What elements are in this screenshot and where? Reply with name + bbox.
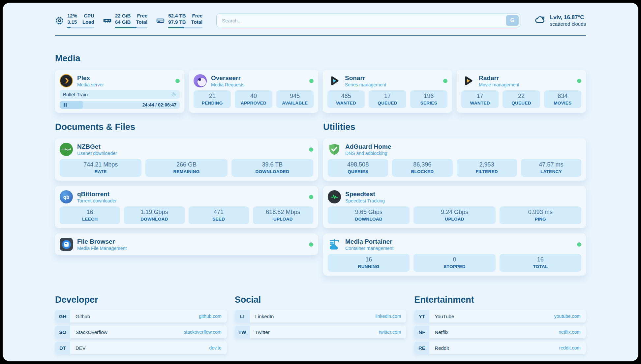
stat-label: RUNNING [329, 264, 408, 269]
stat-box: 40 APPROVED [235, 90, 272, 108]
gear-icon[interactable] [171, 92, 176, 97]
stat-label: MOVIES [545, 100, 580, 106]
stat-label: WANTED [329, 100, 363, 106]
bookmark-twitter[interactable]: TW Twitter twitter.com [235, 326, 407, 338]
disk-progress-track [168, 27, 202, 28]
memory-metric: 22 GiB 64 GiB Free Total [103, 13, 147, 28]
bookmark-linkedin[interactable]: LI LinkedIn linkedin.com [235, 310, 407, 322]
qbittorrent-card[interactable]: qb qBittorrent Torrent downloader 16 LEE… [55, 186, 318, 228]
stat-label: UPLOAD [254, 216, 312, 222]
overseerr-card[interactable]: Overseerr Media Requests 21 PENDING 40 A… [189, 70, 318, 113]
bookmark-url: stackoverflow.com [184, 329, 221, 335]
stat-box: 47.57 ms LATENCY [521, 159, 581, 177]
bookmark-netflix[interactable]: NF Netflix netflix.com [414, 326, 586, 338]
stat-label: REMAINING [147, 169, 226, 174]
stat-box: 744.21 Mbps RATE [60, 159, 141, 177]
bookmark-abbr: SO [55, 326, 70, 338]
pause-icon[interactable] [64, 103, 67, 107]
cpu-progress-fill [67, 27, 71, 28]
stat-label: LATENCY [522, 169, 580, 174]
stat-label: QUEUED [504, 100, 538, 106]
stat-box: 9.65 Gbps DOWNLOAD [328, 206, 410, 224]
stat-label: DOWNLOAD [125, 216, 183, 222]
stat-box: 86,396 BLOCKED [392, 159, 452, 177]
nzbget-card[interactable]: nzbget NZBGet Usenet downloader 744.21 M… [55, 138, 318, 181]
radarr-card[interactable]: Radarr Movie management 17 WANTED 22 QUE… [457, 70, 586, 113]
system-metrics: 12% 3.15 CPU Load [55, 13, 202, 28]
stat-label: UPLOAD [415, 216, 494, 222]
portainer-card[interactable]: Media Portainer Container management 16 … [323, 233, 586, 276]
cpu-usage-value: 12% [67, 13, 77, 19]
stat-box: 0 STOPPED [413, 254, 495, 272]
stat-value: 485 [329, 92, 363, 100]
bookmark-name: Twitter [255, 329, 270, 335]
filebrowser-card[interactable]: File Browser Media File Management [55, 233, 318, 255]
ram-icon [103, 16, 112, 25]
top-bar: 12% 3.15 CPU Load [55, 3, 586, 28]
stat-value: 16 [501, 256, 580, 263]
bookmark-github[interactable]: GH Github github.com [55, 310, 227, 322]
stat-box: 0.993 ms PING [500, 206, 581, 224]
sonarr-icon [327, 74, 341, 87]
stat-value: 16 [329, 256, 408, 263]
speedtest-card[interactable]: Speedtest Speedtest Tracking 9.65 Gbps D… [323, 186, 586, 228]
plex-card[interactable]: Plex Media server Bullet Train [55, 70, 184, 113]
status-indicator [309, 147, 313, 152]
status-indicator [577, 242, 581, 247]
bookmark-name: LinkedIn [255, 314, 274, 319]
qbittorrent-icon: qb [60, 190, 73, 203]
bookmark-dev[interactable]: DT DEV dev.to [55, 342, 227, 354]
stat-label: BLOCKED [393, 169, 451, 174]
sonarr-card[interactable]: Sonarr Series management 485 WANTED 17 Q… [323, 70, 452, 113]
bookmark-abbr: LI [235, 310, 250, 322]
search-input[interactable] [216, 14, 520, 27]
stat-label: SERIES [412, 100, 446, 106]
app-name: NZBGet [77, 143, 117, 150]
weather-location-temp: Lviv, 16.87°C [550, 14, 586, 21]
ram-total-label: Total [136, 19, 147, 25]
stat-value: 21 [195, 92, 229, 100]
bookmark-url: netflix.com [559, 329, 581, 335]
stat-box: 945 AVAILABLE [276, 90, 314, 108]
stat-value: 47.57 ms [522, 161, 580, 168]
adguard-card[interactable]: AdGuard Home DNS and adblocking 498,508 … [323, 138, 586, 181]
app-name: File Browser [77, 238, 127, 245]
disk-total-value: 97.9 TB [168, 19, 186, 25]
section-title-documents: Documents & Files [55, 121, 318, 133]
stat-box: 16 LEECH [60, 206, 120, 224]
disk-free-label: Free [191, 13, 202, 19]
disk-progress-fill [168, 27, 184, 28]
stat-value: 266 GB [147, 161, 226, 168]
bookmark-abbr: RE [414, 342, 429, 354]
stat-label: QUERIES [329, 169, 387, 174]
bookmark-reddit[interactable]: RE Reddit reddit.com [414, 342, 586, 354]
app-subtitle: Media server [77, 82, 104, 88]
stat-value: 16 [61, 208, 119, 216]
plex-icon [60, 74, 73, 87]
stat-box: 1.19 Gbps DOWNLOAD [124, 206, 184, 224]
stat-label: TOTAL [501, 264, 580, 269]
section-title-developer: Developer [55, 294, 227, 305]
stat-value: 86,396 [393, 161, 451, 168]
ram-free-value: 22 GiB [115, 13, 131, 19]
overseerr-icon [194, 74, 207, 87]
stat-box: 16 TOTAL [500, 254, 581, 272]
stat-box: 485 WANTED [327, 90, 365, 108]
radarr-icon [461, 74, 474, 87]
stat-box: 834 MOVIES [544, 90, 581, 108]
bookmark-youtube[interactable]: YT YouTube youtube.com [414, 310, 586, 322]
bookmark-stackoverflow[interactable]: SO StackOverflow stackoverflow.com [55, 326, 227, 338]
weather-condition: scattered clouds [550, 21, 586, 27]
stat-value: 9.24 Gbps [415, 208, 494, 216]
now-playing-row: Bullet Train [60, 90, 180, 99]
cpu-metric: 12% 3.15 CPU Load [55, 13, 94, 28]
stat-value: 1.19 Gbps [125, 208, 183, 216]
stat-value: 17 [463, 92, 497, 100]
ram-free-label: Free [136, 13, 147, 19]
stat-value: 744.21 Mbps [61, 161, 140, 168]
search-engine-button[interactable]: G [506, 15, 519, 26]
bookmark-abbr: GH [55, 310, 70, 322]
bookmark-name: DEV [76, 345, 86, 351]
app-subtitle: Media Requests [211, 82, 244, 88]
app-name: Overseerr [211, 74, 244, 82]
